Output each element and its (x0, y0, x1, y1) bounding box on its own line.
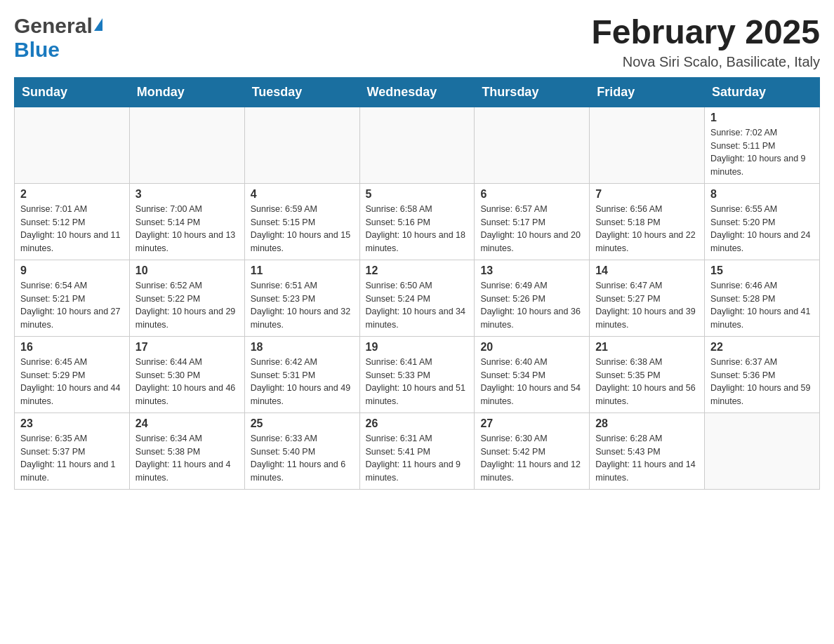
day-info: Sunrise: 6:59 AMSunset: 5:15 PMDaylight:… (251, 203, 354, 255)
calendar-day-cell: 24Sunrise: 6:34 AMSunset: 5:38 PMDayligh… (129, 412, 244, 489)
day-info: Sunrise: 7:00 AMSunset: 5:14 PMDaylight:… (135, 203, 239, 255)
calendar-day-cell (129, 107, 244, 183)
logo-triangle-icon (94, 18, 102, 31)
calendar-day-cell: 17Sunrise: 6:44 AMSunset: 5:30 PMDayligh… (129, 336, 244, 412)
day-number: 20 (480, 341, 583, 354)
day-number: 28 (595, 417, 699, 430)
calendar-day-cell: 3Sunrise: 7:00 AMSunset: 5:14 PMDaylight… (129, 183, 244, 260)
day-number: 5 (366, 188, 469, 201)
day-number: 18 (251, 341, 354, 354)
day-info: Sunrise: 6:40 AMSunset: 5:34 PMDaylight:… (480, 356, 583, 408)
calendar-day-cell: 28Sunrise: 6:28 AMSunset: 5:43 PMDayligh… (590, 412, 705, 489)
calendar-week-row: 1Sunrise: 7:02 AMSunset: 5:11 PMDaylight… (15, 107, 820, 183)
day-number: 1 (710, 112, 814, 124)
day-info: Sunrise: 6:51 AMSunset: 5:23 PMDaylight:… (251, 279, 354, 332)
calendar-day-cell: 2Sunrise: 7:01 AMSunset: 5:12 PMDaylight… (15, 183, 130, 260)
day-info: Sunrise: 6:41 AMSunset: 5:33 PMDaylight:… (366, 356, 469, 408)
day-info: Sunrise: 6:31 AMSunset: 5:41 PMDaylight:… (366, 432, 469, 485)
calendar-day-cell: 21Sunrise: 6:38 AMSunset: 5:35 PMDayligh… (590, 336, 705, 412)
day-info: Sunrise: 6:33 AMSunset: 5:40 PMDaylight:… (251, 432, 354, 485)
calendar-week-row: 2Sunrise: 7:01 AMSunset: 5:12 PMDaylight… (15, 183, 820, 260)
calendar-day-cell: 11Sunrise: 6:51 AMSunset: 5:23 PMDayligh… (244, 260, 359, 336)
day-info: Sunrise: 6:55 AMSunset: 5:20 PMDaylight:… (710, 203, 814, 255)
calendar-table: SundayMondayTuesdayWednesdayThursdayFrid… (14, 77, 820, 490)
calendar-day-cell (475, 107, 590, 183)
title-block: February 2025 Nova Siri Scalo, Basilicat… (591, 14, 820, 70)
day-info: Sunrise: 6:45 AMSunset: 5:29 PMDaylight:… (20, 356, 124, 408)
day-number: 16 (20, 341, 124, 354)
day-info: Sunrise: 6:28 AMSunset: 5:43 PMDaylight:… (595, 432, 699, 485)
calendar-day-cell: 7Sunrise: 6:56 AMSunset: 5:18 PMDaylight… (590, 183, 705, 260)
day-info: Sunrise: 6:46 AMSunset: 5:28 PMDaylight:… (710, 279, 814, 332)
calendar-day-cell: 20Sunrise: 6:40 AMSunset: 5:34 PMDayligh… (475, 336, 590, 412)
day-of-week-header: Thursday (475, 77, 590, 107)
calendar-day-cell: 25Sunrise: 6:33 AMSunset: 5:40 PMDayligh… (244, 412, 359, 489)
calendar-day-cell: 13Sunrise: 6:49 AMSunset: 5:26 PMDayligh… (475, 260, 590, 336)
day-of-week-header: Friday (590, 77, 705, 107)
calendar-day-cell: 12Sunrise: 6:50 AMSunset: 5:24 PMDayligh… (359, 260, 475, 336)
calendar-day-cell (705, 412, 820, 489)
calendar-day-cell: 18Sunrise: 6:42 AMSunset: 5:31 PMDayligh… (244, 336, 359, 412)
calendar-day-cell: 22Sunrise: 6:37 AMSunset: 5:36 PMDayligh… (705, 336, 820, 412)
day-info: Sunrise: 6:52 AMSunset: 5:22 PMDaylight:… (135, 279, 239, 332)
day-number: 23 (20, 417, 124, 430)
day-number: 24 (135, 417, 239, 430)
calendar-day-cell: 10Sunrise: 6:52 AMSunset: 5:22 PMDayligh… (129, 260, 244, 336)
day-info: Sunrise: 6:49 AMSunset: 5:26 PMDaylight:… (480, 279, 583, 332)
calendar-day-cell: 8Sunrise: 6:55 AMSunset: 5:20 PMDaylight… (705, 183, 820, 260)
calendar-day-cell: 27Sunrise: 6:30 AMSunset: 5:42 PMDayligh… (475, 412, 590, 489)
day-info: Sunrise: 6:54 AMSunset: 5:21 PMDaylight:… (20, 279, 124, 332)
day-info: Sunrise: 6:57 AMSunset: 5:17 PMDaylight:… (480, 203, 583, 255)
day-of-week-header: Tuesday (244, 77, 359, 107)
day-of-week-header: Saturday (705, 77, 820, 107)
day-number: 15 (710, 264, 814, 277)
day-number: 14 (595, 264, 699, 277)
calendar-day-cell (15, 107, 130, 183)
day-number: 21 (595, 341, 699, 354)
day-number: 25 (251, 417, 354, 430)
calendar-day-cell: 26Sunrise: 6:31 AMSunset: 5:41 PMDayligh… (359, 412, 475, 489)
day-info: Sunrise: 6:38 AMSunset: 5:35 PMDaylight:… (595, 356, 699, 408)
calendar-day-cell: 23Sunrise: 6:35 AMSunset: 5:37 PMDayligh… (15, 412, 130, 489)
day-info: Sunrise: 6:35 AMSunset: 5:37 PMDaylight:… (20, 432, 124, 485)
calendar-header-row: SundayMondayTuesdayWednesdayThursdayFrid… (15, 77, 820, 107)
day-info: Sunrise: 6:37 AMSunset: 5:36 PMDaylight:… (710, 356, 814, 408)
day-number: 17 (135, 341, 239, 354)
day-of-week-header: Monday (129, 77, 244, 107)
day-info: Sunrise: 6:50 AMSunset: 5:24 PMDaylight:… (366, 279, 469, 332)
day-number: 9 (20, 264, 124, 277)
calendar-day-cell: 16Sunrise: 6:45 AMSunset: 5:29 PMDayligh… (15, 336, 130, 412)
day-of-week-header: Sunday (15, 77, 130, 107)
day-info: Sunrise: 6:58 AMSunset: 5:16 PMDaylight:… (366, 203, 469, 255)
logo-blue-text: Blue (14, 38, 60, 61)
day-info: Sunrise: 7:02 AMSunset: 5:11 PMDaylight:… (710, 126, 814, 179)
calendar-day-cell (590, 107, 705, 183)
day-number: 7 (595, 188, 699, 201)
calendar-day-cell: 6Sunrise: 6:57 AMSunset: 5:17 PMDaylight… (475, 183, 590, 260)
day-number: 12 (366, 264, 469, 277)
day-number: 22 (710, 341, 814, 354)
day-number: 26 (366, 417, 469, 430)
day-number: 10 (135, 264, 239, 277)
day-of-week-header: Wednesday (359, 77, 475, 107)
day-info: Sunrise: 6:47 AMSunset: 5:27 PMDaylight:… (595, 279, 699, 332)
calendar-day-cell (359, 107, 475, 183)
day-info: Sunrise: 6:34 AMSunset: 5:38 PMDaylight:… (135, 432, 239, 485)
location-text: Nova Siri Scalo, Basilicate, Italy (591, 54, 820, 70)
calendar-week-row: 16Sunrise: 6:45 AMSunset: 5:29 PMDayligh… (15, 336, 820, 412)
month-title: February 2025 (591, 14, 820, 51)
day-info: Sunrise: 7:01 AMSunset: 5:12 PMDaylight:… (20, 203, 124, 255)
calendar-day-cell: 19Sunrise: 6:41 AMSunset: 5:33 PMDayligh… (359, 336, 475, 412)
day-number: 4 (251, 188, 354, 201)
day-info: Sunrise: 6:44 AMSunset: 5:30 PMDaylight:… (135, 356, 239, 408)
day-number: 8 (710, 188, 814, 201)
calendar-day-cell: 14Sunrise: 6:47 AMSunset: 5:27 PMDayligh… (590, 260, 705, 336)
day-info: Sunrise: 6:30 AMSunset: 5:42 PMDaylight:… (480, 432, 583, 485)
calendar-week-row: 9Sunrise: 6:54 AMSunset: 5:21 PMDaylight… (15, 260, 820, 336)
calendar-day-cell (244, 107, 359, 183)
day-number: 27 (480, 417, 583, 430)
calendar-week-row: 23Sunrise: 6:35 AMSunset: 5:37 PMDayligh… (15, 412, 820, 489)
calendar-day-cell: 5Sunrise: 6:58 AMSunset: 5:16 PMDaylight… (359, 183, 475, 260)
calendar-day-cell: 15Sunrise: 6:46 AMSunset: 5:28 PMDayligh… (705, 260, 820, 336)
calendar-day-cell: 4Sunrise: 6:59 AMSunset: 5:15 PMDaylight… (244, 183, 359, 260)
